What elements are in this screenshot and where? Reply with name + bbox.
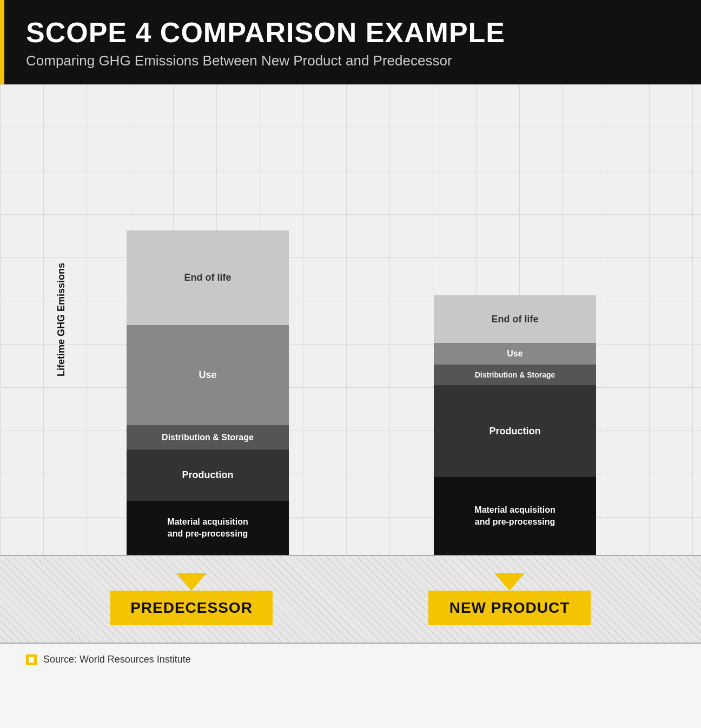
chart-area: Lifetime GHG Emissions End of life Use D… (0, 84, 701, 555)
footer: Source: World Resources Institute (0, 644, 701, 675)
new-product-use-segment: Use (434, 343, 596, 365)
predecessor-production-segment: Production (127, 449, 289, 501)
new-product-label-group: NEW PRODUCT (418, 573, 601, 625)
footer-source-text: Source: World Resources Institute (43, 654, 191, 665)
new-product-end-of-life-segment: End of life (434, 295, 596, 343)
predecessor-material-segment: Material acquisition and pre-processing (127, 501, 289, 555)
predecessor-end-of-life-segment: End of life (127, 230, 289, 325)
predecessor-label-group: PREDECESSOR (100, 573, 283, 625)
predecessor-label-text: PREDECESSOR (130, 599, 253, 616)
new-product-production-segment: Production (434, 385, 596, 477)
new-product-bar-group: End of life Use Distribution & Storage P… (423, 295, 607, 555)
y-axis-label: Lifetime GHG Emissions (56, 263, 67, 376)
new-product-bar: End of life Use Distribution & Storage P… (434, 295, 596, 555)
new-product-arrow-icon (494, 573, 525, 591)
header-accent (0, 0, 4, 84)
header: SCOPE 4 COMPARISON EXAMPLE Comparing GHG… (0, 0, 701, 84)
source-icon-inner (29, 657, 34, 663)
page-subtitle: Comparing GHG Emissions Between New Prod… (26, 52, 675, 69)
page-title: SCOPE 4 COMPARISON EXAMPLE (26, 17, 675, 48)
labels-area: PREDECESSOR NEW PRODUCT (0, 555, 701, 644)
bars-container: End of life Use Distribution & Storage P… (32, 230, 669, 555)
predecessor-arrow-icon (176, 573, 207, 591)
new-product-label-text: NEW PRODUCT (449, 599, 570, 616)
predecessor-label-box: PREDECESSOR (110, 591, 273, 625)
predecessor-distribution-segment: Distribution & Storage (127, 425, 289, 449)
source-icon (26, 654, 37, 665)
new-product-distribution-segment: Distribution & Storage (434, 365, 596, 385)
new-product-material-segment: Material acquisition and pre-processing (434, 477, 596, 555)
predecessor-bar-group: End of life Use Distribution & Storage P… (116, 230, 300, 555)
predecessor-use-segment: Use (127, 325, 289, 425)
new-product-label-box: NEW PRODUCT (428, 591, 591, 625)
predecessor-bar: End of life Use Distribution & Storage P… (127, 230, 289, 555)
